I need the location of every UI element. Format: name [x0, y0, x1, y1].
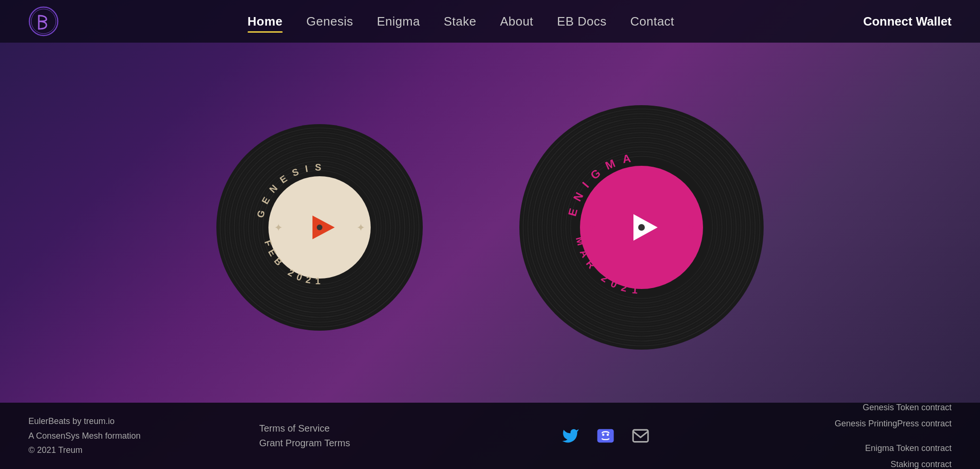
enigma-vinyl[interactable]: ENIGMA MAR 2021 ✦ ✦ [518, 104, 765, 351]
svg-text:✦: ✦ [274, 222, 283, 234]
footer: EulerBeats by treum.io A ConsenSys Mesh … [0, 403, 980, 469]
connect-wallet-button[interactable]: Connect Wallet [863, 14, 952, 29]
svg-point-56 [638, 224, 645, 231]
nav-item-genesis[interactable]: Genesis [306, 14, 353, 29]
genesis-vinyl[interactable]: GENESIS FEB 2021 ✦ ✦ [215, 123, 424, 332]
twitter-icon[interactable] [559, 424, 582, 448]
footer-credit-line3: © 2021 Treum [28, 443, 259, 458]
svg-text:✦: ✦ [686, 220, 696, 234]
discord-icon[interactable] [594, 424, 617, 448]
footer-credit-line2: A ConsenSys Mesh formation [28, 429, 259, 443]
navbar: Home Genesis Enigma Stake About EB Docs … [0, 0, 980, 43]
svg-text:✦: ✦ [587, 220, 597, 234]
staking-contract-link[interactable]: Staking contract [721, 456, 952, 469]
nav-link-contact[interactable]: Contact [630, 14, 674, 28]
genesis-printing-press-contract-link[interactable]: Genesis PrintingPress contract [721, 415, 952, 432]
enigma-token-contract-link[interactable]: Enigma Token contract [721, 440, 952, 456]
genesis-token-contract-link[interactable]: Genesis Token contract [721, 399, 952, 415]
svg-rect-62 [633, 430, 648, 442]
logo-icon[interactable] [28, 6, 59, 36]
nav-item-enigma[interactable]: Enigma [377, 14, 420, 29]
enigma-vinyl-container: ENIGMA MAR 2021 ✦ ✦ [518, 104, 765, 351]
svg-text:✦: ✦ [356, 222, 365, 234]
nav-link-home[interactable]: Home [248, 14, 283, 28]
nav-link-eb-docs[interactable]: EB Docs [557, 14, 607, 28]
genesis-vinyl-container: GENESIS FEB 2021 ✦ ✦ [215, 123, 424, 332]
nav-link-genesis[interactable]: Genesis [306, 14, 353, 28]
nav-item-stake[interactable]: Stake [444, 14, 476, 29]
nav-item-about[interactable]: About [500, 14, 533, 29]
svg-point-26 [317, 225, 322, 230]
nav-item-eb-docs[interactable]: EB Docs [557, 14, 607, 29]
email-icon[interactable] [629, 424, 652, 448]
footer-credit-line1: EulerBeats by treum.io [28, 414, 259, 429]
nav-item-contact[interactable]: Contact [630, 14, 674, 29]
footer-center: Terms of Service Grant Program Terms [259, 423, 490, 449]
footer-right: Genesis Token contract Genesis PrintingP… [721, 399, 952, 469]
nav-link-enigma[interactable]: Enigma [377, 14, 420, 28]
nav-item-home[interactable]: Home [248, 14, 283, 29]
footer-left: EulerBeats by treum.io A ConsenSys Mesh … [28, 414, 259, 458]
main-content: GENESIS FEB 2021 ✦ ✦ [0, 43, 980, 403]
nav-links: Home Genesis Enigma Stake About EB Docs … [248, 14, 675, 29]
svg-rect-61 [597, 429, 614, 443]
grant-program-terms-link[interactable]: Grant Program Terms [259, 438, 490, 449]
footer-social [490, 424, 721, 448]
nav-link-about[interactable]: About [500, 14, 533, 28]
terms-of-service-link[interactable]: Terms of Service [259, 423, 490, 434]
nav-link-stake[interactable]: Stake [444, 14, 476, 28]
